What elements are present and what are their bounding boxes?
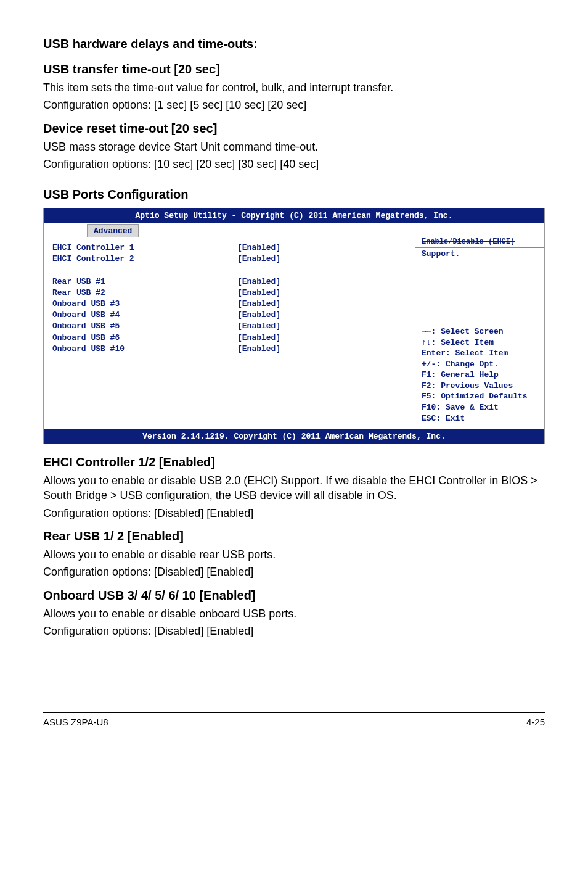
bios-key-line: Enter: Select Item [422, 348, 538, 359]
bios-item-value: [Enabled] [237, 310, 406, 321]
bios-item-label: Onboard USB #4 [52, 310, 237, 321]
text-ehci-desc: Allows you to enable or disable USB 2.0 … [43, 473, 545, 503]
bios-key-line: ↑↓: Select Item [422, 337, 538, 349]
bios-item-label: Onboard USB #10 [52, 344, 237, 355]
bios-item-value: [Enabled] [237, 344, 406, 355]
bios-row: Rear USB #1 [Enabled] [52, 276, 406, 287]
text-usb-transfer-desc: This item sets the time-out value for co… [43, 80, 545, 95]
bios-item-label: Onboard USB #5 [52, 321, 237, 332]
text-ehci-opts: Configuration options: [Disabled] [Enabl… [43, 506, 545, 521]
bios-tab-advanced: Advanced [87, 224, 139, 237]
bios-key-line: F10: Save & Exit [422, 402, 538, 413]
bios-item-label: Rear USB #1 [52, 276, 237, 287]
text-rear-usb-desc: Allows you to enable or disable rear USB… [43, 547, 545, 562]
heading-ehci-controller: EHCI Controller 1/2 [Enabled] [43, 455, 545, 469]
bios-item-label: EHCI Controller 2 [52, 254, 237, 265]
heading-usb-delays: USB hardware delays and time-outs: [43, 37, 545, 51]
bios-row: Onboard USB #4 [Enabled] [52, 310, 406, 321]
bios-screenshot: Aptio Setup Utility - Copyright (C) 2011… [43, 208, 545, 444]
text-usb-transfer-opts: Configuration options: [1 sec] [5 sec] [… [43, 97, 545, 112]
heading-onboard-usb: Onboard USB 3/ 4/ 5/ 6/ 10 [Enabled] [43, 588, 545, 603]
bios-key-line: F1: General Help [422, 369, 538, 381]
heading-usb-transfer-timeout: USB transfer time-out [20 sec] [43, 62, 545, 76]
bios-right-pane: Enable/Disable (EHCI) Support. →←: Selec… [415, 237, 544, 429]
footer-product: ASUS Z9PA-U8 [43, 717, 108, 727]
text-rear-usb-opts: Configuration options: [Disabled] [Enabl… [43, 564, 545, 579]
bios-item-value: [Enabled] [237, 321, 406, 332]
bios-item-label: EHCI Controller 1 [52, 242, 237, 254]
bios-item-value: [Enabled] [237, 254, 406, 265]
bios-item-value: [Enabled] [237, 299, 406, 310]
bios-row: EHCI Controller 1 [Enabled] [52, 242, 406, 254]
bios-item-label: Onboard USB #3 [52, 299, 237, 310]
bios-key-help: →←: Select Screen ↑↓: Select Item Enter:… [422, 326, 538, 424]
bios-title: Aptio Setup Utility - Copyright (C) 2011… [44, 208, 544, 223]
bios-left-pane: EHCI Controller 1 [Enabled] EHCI Control… [44, 237, 415, 429]
bios-item-value: [Enabled] [237, 332, 406, 344]
bios-key-line: ESC: Exit [422, 413, 538, 424]
heading-device-reset-timeout: Device reset time-out [20 sec] [43, 122, 545, 136]
text-onboard-usb-desc: Allows you to enable or disable onboard … [43, 606, 545, 621]
bios-help-support: Support. [422, 249, 538, 258]
bios-version: Version 2.14.1219. Copyright (C) 2011 Am… [44, 429, 544, 444]
bios-item-label: Onboard USB #6 [52, 332, 237, 344]
bios-item-label: Rear USB #2 [52, 287, 237, 299]
bios-row: Rear USB #2 [Enabled] [52, 287, 406, 299]
bios-row: Onboard USB #3 [Enabled] [52, 299, 406, 310]
bios-tab-row: Advanced [44, 223, 544, 237]
heading-usb-ports-config: USB Ports Configuration [43, 188, 545, 202]
text-device-reset-desc: USB mass storage device Start Unit comma… [43, 139, 545, 154]
bios-body: EHCI Controller 1 [Enabled] EHCI Control… [44, 237, 544, 429]
bios-key-line: F2: Previous Values [422, 381, 538, 392]
bios-key-line: +/-: Change Opt. [422, 359, 538, 370]
text-device-reset-opts: Configuration options: [10 sec] [20 sec]… [43, 157, 545, 171]
bios-help-top: Enable/Disable (EHCI) [415, 237, 544, 248]
heading-rear-usb: Rear USB 1/ 2 [Enabled] [43, 529, 545, 543]
bios-item-value: [Enabled] [237, 287, 406, 299]
footer-page-number: 4-25 [526, 717, 545, 727]
bios-row: Onboard USB #10 [Enabled] [52, 344, 406, 355]
bios-item-value: [Enabled] [237, 242, 406, 254]
bios-item-value: [Enabled] [237, 276, 406, 287]
bios-key-line: F5: Optimized Defaults [422, 391, 538, 402]
bios-row: EHCI Controller 2 [Enabled] [52, 254, 406, 265]
bios-row: Onboard USB #6 [Enabled] [52, 332, 406, 344]
bios-row: Onboard USB #5 [Enabled] [52, 321, 406, 332]
page-footer: ASUS Z9PA-U8 4-25 [43, 712, 545, 727]
text-onboard-usb-opts: Configuration options: [Disabled] [Enabl… [43, 624, 545, 638]
bios-key-line: →←: Select Screen [422, 326, 538, 337]
